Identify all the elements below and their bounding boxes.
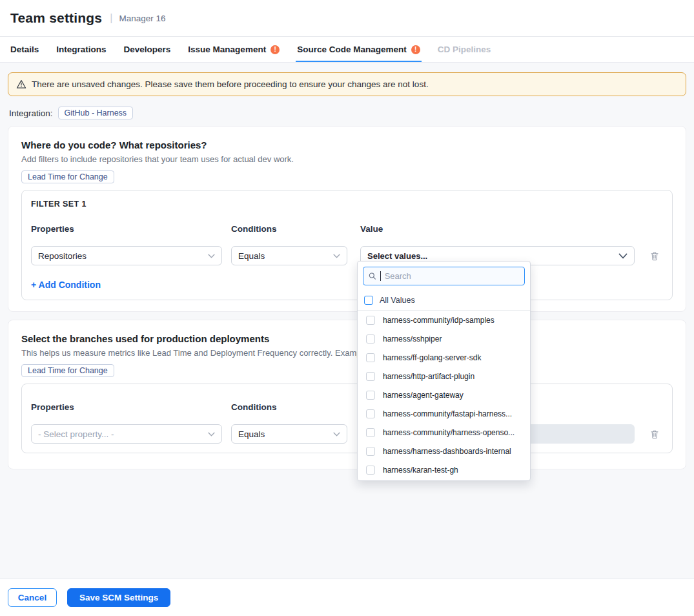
list-item[interactable]: harness-community/harness-openso... xyxy=(358,423,530,442)
option-label: harness/harness-dashboards-internal xyxy=(383,447,511,456)
chevron-down-icon xyxy=(618,253,628,259)
footer-bar: Cancel Save SCM Settings xyxy=(0,579,694,616)
tab-developers[interactable]: Developers xyxy=(124,37,171,62)
list-item[interactable]: harness/karan-test-gh xyxy=(358,460,530,479)
unsaved-changes-text: There are unsaved changes. Please save t… xyxy=(32,79,429,89)
tab-issue-management[interactable]: Issue Management ! xyxy=(188,37,280,62)
option-checkbox[interactable] xyxy=(366,391,375,400)
filter-set-1-box: FILTER SET 1 Properties Conditions Value… xyxy=(21,190,673,300)
chevron-down-icon xyxy=(333,432,340,436)
list-item[interactable]: harness-community/idp-samples xyxy=(358,311,530,329)
integration-label: Integration: xyxy=(9,108,53,118)
list-item[interactable]: harness-community/fastapi-harness... xyxy=(358,404,530,423)
tab-details[interactable]: Details xyxy=(10,37,39,62)
delete-condition-button[interactable] xyxy=(649,428,660,440)
tab-integrations-label: Integrations xyxy=(56,45,106,54)
warning-triangle-icon xyxy=(16,79,26,89)
trash-icon xyxy=(650,251,659,261)
team-settings-page: Team settings | Manager 16 Details Integ… xyxy=(0,0,694,616)
warning-badge-icon: ! xyxy=(270,45,280,54)
value-column-label: Value xyxy=(360,224,383,234)
filter-column-headers: Properties Conditions Value xyxy=(31,223,663,234)
chevron-down-icon xyxy=(333,254,340,258)
all-values-checkbox[interactable] xyxy=(364,296,373,305)
text-cursor xyxy=(380,271,381,281)
filter-row: - Select property... - Equals xyxy=(31,424,663,444)
option-label: harness/ff-golang-server-sdk xyxy=(383,353,482,362)
trash-icon xyxy=(650,429,659,439)
page-header: Team settings | Manager 16 xyxy=(0,0,694,37)
lead-time-chip: Lead Time for Change xyxy=(21,364,114,377)
conditions-select[interactable]: Equals xyxy=(231,246,347,265)
list-item[interactable]: harness/ff-golang-server-sdk xyxy=(358,348,530,367)
option-checkbox[interactable] xyxy=(366,409,375,418)
dropdown-search-box[interactable] xyxy=(363,267,525,285)
list-item[interactable]: harness/agent-gateway xyxy=(358,385,530,404)
conditions-select[interactable]: Equals xyxy=(231,424,347,444)
filter-row: Repositories Equals Select values... xyxy=(31,246,663,265)
list-item-clipped[interactable]: harness/test-automation-github-ci xyxy=(358,479,530,481)
properties-select[interactable]: - Select property... - xyxy=(31,424,222,444)
properties-select[interactable]: Repositories xyxy=(31,246,222,265)
settings-tabs: Details Integrations Developers Issue Ma… xyxy=(0,37,694,63)
option-checkbox[interactable] xyxy=(366,466,375,475)
option-label: harness/http-artifact-plugin xyxy=(383,372,475,381)
repositories-card-title: Where do you code? What repositories? xyxy=(21,139,673,150)
branches-filter-box: Properties Conditions Value - Select pro… xyxy=(21,384,673,453)
tab-cd-pipelines-label: CD Pipelines xyxy=(438,45,491,54)
value-multiselect-placeholder: Select values... xyxy=(367,251,427,261)
properties-column-label: Properties xyxy=(31,402,74,412)
integration-chip: GitHub - Harness xyxy=(58,107,134,119)
properties-select-placeholder: - Select property... - xyxy=(38,429,114,439)
dropdown-search-input[interactable] xyxy=(385,271,519,281)
option-checkbox[interactable] xyxy=(366,447,375,456)
title-divider: | xyxy=(110,12,112,24)
content-area: There are unsaved changes. Please save t… xyxy=(0,63,694,579)
repositories-card: Where do you code? What repositories? Ad… xyxy=(8,126,686,312)
option-label: harness/sshpiper xyxy=(383,334,442,344)
tab-details-label: Details xyxy=(10,45,39,54)
tab-cd-pipelines: CD Pipelines xyxy=(438,37,491,62)
chevron-down-icon xyxy=(208,432,215,436)
branches-card-subtitle: This helps us measure metrics like Lead … xyxy=(21,348,673,358)
option-checkbox[interactable] xyxy=(366,353,375,362)
team-name-label: Manager 16 xyxy=(119,14,165,23)
tab-integrations[interactable]: Integrations xyxy=(56,37,106,62)
filter-column-headers: Properties Conditions Value xyxy=(31,401,663,413)
all-values-option[interactable]: All Values xyxy=(358,291,530,311)
branches-card-title: Select the branches used for production … xyxy=(21,333,673,344)
value-dropdown-panel: All Values harness-community/idp-samples… xyxy=(357,261,531,481)
option-label: harness/karan-test-gh xyxy=(383,466,458,475)
cancel-button[interactable]: Cancel xyxy=(8,588,57,607)
option-label: harness-community/harness-openso... xyxy=(383,428,515,437)
list-item[interactable]: harness/harness-dashboards-internal xyxy=(358,442,530,460)
conditions-column-label: Conditions xyxy=(231,402,277,412)
tab-developers-label: Developers xyxy=(124,45,171,54)
tab-source-code-management[interactable]: Source Code Management ! xyxy=(297,37,420,62)
option-checkbox[interactable] xyxy=(366,334,375,344)
delete-condition-button[interactable] xyxy=(649,250,660,262)
properties-column-label: Properties xyxy=(31,224,74,234)
repositories-card-subtitle: Add filters to include repositories that… xyxy=(21,154,673,164)
option-checkbox[interactable] xyxy=(366,372,375,381)
option-label: harness-community/fastapi-harness... xyxy=(383,409,512,418)
all-values-label: All Values xyxy=(380,296,415,305)
save-scm-settings-button[interactable]: Save SCM Settings xyxy=(67,588,170,607)
tab-source-code-management-label: Source Code Management xyxy=(297,45,407,54)
option-label: harness/agent-gateway xyxy=(383,391,464,400)
integration-row: Integration: GitHub - Harness xyxy=(9,105,686,121)
conditions-column-label: Conditions xyxy=(231,224,277,234)
unsaved-changes-banner: There are unsaved changes. Please save t… xyxy=(8,72,686,96)
filter-set-1-title: FILTER SET 1 xyxy=(31,200,663,209)
list-item[interactable]: harness/sshpiper xyxy=(358,329,530,348)
warning-badge-icon: ! xyxy=(411,45,420,54)
list-item[interactable]: harness/http-artifact-plugin xyxy=(358,367,530,385)
lead-time-chip: Lead Time for Change xyxy=(21,170,114,183)
conditions-select-value: Equals xyxy=(238,429,265,439)
branches-card: Select the branches used for production … xyxy=(8,320,686,469)
chevron-down-icon xyxy=(208,254,215,258)
option-checkbox[interactable] xyxy=(366,428,375,437)
option-checkbox[interactable] xyxy=(366,316,375,325)
add-condition-button[interactable]: + Add Condition xyxy=(31,280,101,290)
tab-issue-management-label: Issue Management xyxy=(188,45,266,54)
